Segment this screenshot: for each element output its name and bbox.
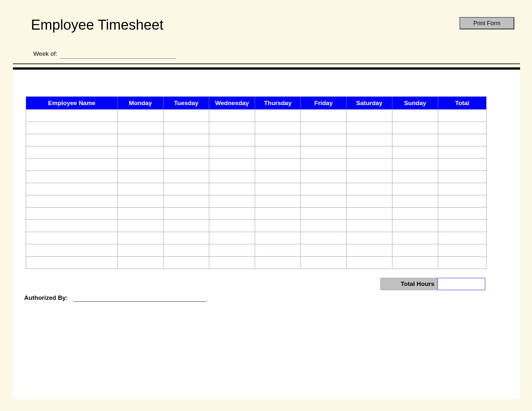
table-cell[interactable] xyxy=(301,183,347,195)
table-cell[interactable] xyxy=(301,146,347,159)
table-cell[interactable] xyxy=(347,208,392,220)
table-cell[interactable] xyxy=(118,195,163,208)
table-cell[interactable] xyxy=(163,159,209,171)
table-cell[interactable] xyxy=(209,183,255,195)
table-cell[interactable] xyxy=(301,232,347,244)
table-cell[interactable] xyxy=(255,232,301,244)
table-cell[interactable] xyxy=(255,146,301,159)
table-cell[interactable] xyxy=(209,257,255,269)
table-cell[interactable] xyxy=(392,208,438,220)
table-cell[interactable] xyxy=(118,146,163,159)
table-cell[interactable] xyxy=(255,183,301,195)
table-cell[interactable] xyxy=(347,171,392,183)
table-cell[interactable] xyxy=(438,257,487,269)
table-cell[interactable] xyxy=(392,195,438,208)
table-cell[interactable] xyxy=(118,208,163,220)
table-cell[interactable] xyxy=(209,195,255,208)
table-cell[interactable] xyxy=(209,232,255,244)
table-cell[interactable] xyxy=(26,183,118,195)
table-cell[interactable] xyxy=(438,146,487,159)
table-cell[interactable] xyxy=(301,122,347,134)
table-cell[interactable] xyxy=(255,244,301,257)
table-cell[interactable] xyxy=(163,244,209,257)
table-cell[interactable] xyxy=(255,171,301,183)
table-cell[interactable] xyxy=(347,220,392,232)
table-cell[interactable] xyxy=(255,110,301,122)
table-cell[interactable] xyxy=(163,122,209,134)
week-of-input-line[interactable] xyxy=(60,58,176,59)
table-cell[interactable] xyxy=(347,244,392,257)
table-cell[interactable] xyxy=(26,171,118,183)
table-cell[interactable] xyxy=(26,232,118,244)
table-cell[interactable] xyxy=(255,208,301,220)
table-cell[interactable] xyxy=(255,195,301,208)
table-cell[interactable] xyxy=(347,195,392,208)
table-cell[interactable] xyxy=(209,171,255,183)
table-cell[interactable] xyxy=(438,208,487,220)
table-cell[interactable] xyxy=(26,244,118,257)
table-cell[interactable] xyxy=(301,257,347,269)
table-cell[interactable] xyxy=(209,220,255,232)
table-cell[interactable] xyxy=(438,159,487,171)
table-cell[interactable] xyxy=(301,110,347,122)
total-hours-value[interactable] xyxy=(438,278,485,290)
table-cell[interactable] xyxy=(438,232,487,244)
table-cell[interactable] xyxy=(347,134,392,146)
table-cell[interactable] xyxy=(347,232,392,244)
table-cell[interactable] xyxy=(301,171,347,183)
table-cell[interactable] xyxy=(26,159,118,171)
table-cell[interactable] xyxy=(438,183,487,195)
table-cell[interactable] xyxy=(26,110,118,122)
table-cell[interactable] xyxy=(301,159,347,171)
table-cell[interactable] xyxy=(392,244,438,257)
table-cell[interactable] xyxy=(26,195,118,208)
table-cell[interactable] xyxy=(438,122,487,134)
table-cell[interactable] xyxy=(163,171,209,183)
table-cell[interactable] xyxy=(163,134,209,146)
table-cell[interactable] xyxy=(26,208,118,220)
table-cell[interactable] xyxy=(347,159,392,171)
table-cell[interactable] xyxy=(163,208,209,220)
table-cell[interactable] xyxy=(209,110,255,122)
table-cell[interactable] xyxy=(438,171,487,183)
table-cell[interactable] xyxy=(438,220,487,232)
table-cell[interactable] xyxy=(347,110,392,122)
table-cell[interactable] xyxy=(209,208,255,220)
table-cell[interactable] xyxy=(301,220,347,232)
table-cell[interactable] xyxy=(209,134,255,146)
table-cell[interactable] xyxy=(347,183,392,195)
table-cell[interactable] xyxy=(438,110,487,122)
table-cell[interactable] xyxy=(118,171,163,183)
table-cell[interactable] xyxy=(301,244,347,257)
table-cell[interactable] xyxy=(438,134,487,146)
table-cell[interactable] xyxy=(392,146,438,159)
table-cell[interactable] xyxy=(118,134,163,146)
table-cell[interactable] xyxy=(438,195,487,208)
table-cell[interactable] xyxy=(163,110,209,122)
table-cell[interactable] xyxy=(209,244,255,257)
table-cell[interactable] xyxy=(438,244,487,257)
table-cell[interactable] xyxy=(347,146,392,159)
table-cell[interactable] xyxy=(392,122,438,134)
table-cell[interactable] xyxy=(255,159,301,171)
table-cell[interactable] xyxy=(209,159,255,171)
table-cell[interactable] xyxy=(392,232,438,244)
table-cell[interactable] xyxy=(301,195,347,208)
table-cell[interactable] xyxy=(392,257,438,269)
table-cell[interactable] xyxy=(26,122,118,134)
table-cell[interactable] xyxy=(118,159,163,171)
table-cell[interactable] xyxy=(392,220,438,232)
table-cell[interactable] xyxy=(118,122,163,134)
table-cell[interactable] xyxy=(301,134,347,146)
table-cell[interactable] xyxy=(118,244,163,257)
table-cell[interactable] xyxy=(392,183,438,195)
table-cell[interactable] xyxy=(392,134,438,146)
table-cell[interactable] xyxy=(301,208,347,220)
print-form-button[interactable]: Print Form xyxy=(459,17,514,29)
table-cell[interactable] xyxy=(26,134,118,146)
table-cell[interactable] xyxy=(163,232,209,244)
table-cell[interactable] xyxy=(118,183,163,195)
table-cell[interactable] xyxy=(26,146,118,159)
table-cell[interactable] xyxy=(118,220,163,232)
table-cell[interactable] xyxy=(255,220,301,232)
